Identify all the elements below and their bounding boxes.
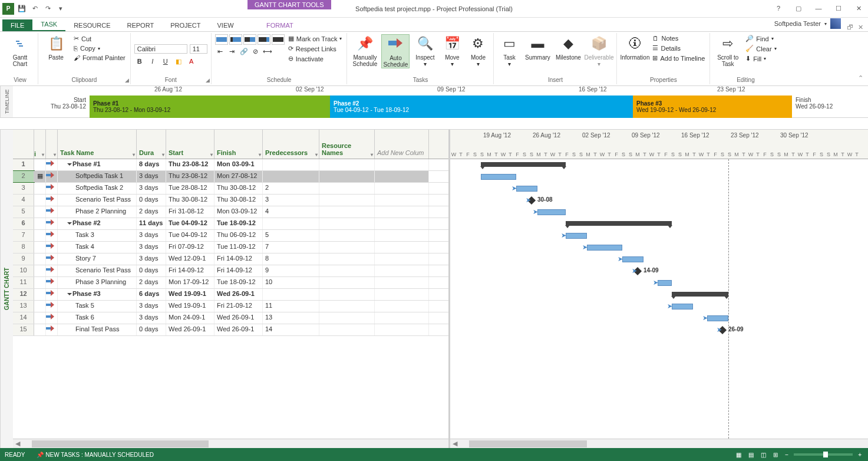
cell-resource[interactable] xyxy=(319,206,375,218)
cell-finish[interactable]: Wed 26-09-1 xyxy=(214,312,263,324)
cell-add[interactable] xyxy=(375,159,429,170)
cell-start[interactable]: Fri 31-08-12 xyxy=(166,206,214,218)
row-number[interactable]: 6 xyxy=(13,218,34,229)
cell-task-name[interactable]: Phase #1 xyxy=(58,159,137,170)
task-bar[interactable] xyxy=(566,233,587,239)
row-number[interactable]: 4 xyxy=(13,195,34,206)
cell-predecessors[interactable]: 4 xyxy=(263,206,319,218)
cell-predecessors[interactable]: 10 xyxy=(263,277,319,288)
cell-finish[interactable]: Thu 30-08-12 xyxy=(214,195,263,206)
table-row[interactable]: 14Task 63 daysMon 24-09-1Wed 26-09-113 xyxy=(13,312,448,324)
save-icon[interactable]: 💾 xyxy=(16,4,27,14)
cell-start[interactable]: Thu 23-08-12 xyxy=(166,171,214,182)
cell-mode[interactable] xyxy=(46,242,58,253)
cell-task-name[interactable]: Scenario Test Pass xyxy=(58,265,137,276)
cell-task-name[interactable]: Scenario Test Pass xyxy=(58,195,137,206)
cell-predecessors[interactable]: 2 xyxy=(263,183,319,194)
cell-task-name[interactable]: Final Test Pass xyxy=(58,324,137,335)
task-bar[interactable] xyxy=(516,186,537,192)
cell-mode[interactable] xyxy=(46,171,58,182)
cell-mode[interactable] xyxy=(46,253,58,265)
cell-start[interactable]: Wed 19-09-1 xyxy=(166,301,214,312)
row-number[interactable]: 12 xyxy=(13,289,34,300)
tab-format[interactable]: FORMAT xyxy=(258,19,302,31)
cell-indicator[interactable] xyxy=(34,183,46,194)
task-bar[interactable] xyxy=(537,209,566,215)
tab-task[interactable]: TASK xyxy=(32,18,65,31)
indent-button[interactable]: ⇥ xyxy=(227,46,237,57)
task-bar[interactable] xyxy=(658,280,672,286)
cell-finish[interactable]: Wed 26-09-1 xyxy=(214,289,263,300)
grid-scroll-h[interactable]: ◀ xyxy=(13,439,448,448)
cell-resource[interactable] xyxy=(319,159,375,170)
cell-predecessors[interactable] xyxy=(263,289,319,300)
cell-start[interactable]: Wed 19-09-1 xyxy=(166,289,214,300)
cell-duration[interactable]: 3 days xyxy=(137,301,166,312)
cell-task-name[interactable]: Phase 2 Planning xyxy=(58,206,137,218)
cell-duration[interactable]: 2 days xyxy=(137,277,166,288)
fill-button[interactable]: ⬇Fill▾ xyxy=(744,54,777,63)
pct-75-button[interactable] xyxy=(258,34,270,45)
table-row[interactable]: 4Scenario Test Pass0 daysThu 30-08-12Thu… xyxy=(13,195,448,206)
cell-duration[interactable]: 2 days xyxy=(137,206,166,218)
cell-duration[interactable]: 3 days xyxy=(137,253,166,265)
cell-add[interactable] xyxy=(375,171,429,182)
zoom-in-icon[interactable]: + xyxy=(856,452,863,458)
gantt-chart[interactable]: 19 Aug '1226 Aug '1202 Sep '1209 Sep '12… xyxy=(450,130,868,448)
cell-duration[interactable]: 8 days xyxy=(137,159,166,170)
timeline-phase-3[interactable]: Phase #3 Wed 19-09-12 - Wed 26-09-12 xyxy=(633,96,792,118)
timeline-phase-2[interactable]: Phase #2 Tue 04-09-12 - Tue 18-09-12 xyxy=(330,96,633,118)
row-number[interactable]: 11 xyxy=(13,277,34,288)
cell-mode[interactable] xyxy=(46,183,58,194)
timeline-body[interactable]: 26 Aug '12 02 Sep '12 09 Sep '12 16 Sep … xyxy=(13,86,868,117)
maximize-icon[interactable]: ☐ xyxy=(831,5,846,12)
help-icon[interactable]: ? xyxy=(771,5,786,12)
cell-predecessors[interactable] xyxy=(263,218,319,229)
unlink-button[interactable]: ⊘ xyxy=(250,46,261,57)
undo-icon[interactable]: ↶ xyxy=(29,4,40,14)
information-button[interactable]: 🛈 Information xyxy=(621,34,649,61)
col-predecessors[interactable]: Predecessors▾ xyxy=(263,130,319,159)
cell-task-name[interactable]: Phase #2 xyxy=(58,218,137,229)
cell-finish[interactable]: Thu 06-09-12 xyxy=(214,230,263,241)
table-row[interactable]: 6Phase #211 daysTue 04-09-12Tue 18-09-12 xyxy=(13,218,448,230)
respect-links-button[interactable]: ⟳Respect Links xyxy=(287,44,344,53)
cell-predecessors[interactable] xyxy=(263,159,319,170)
task-bar[interactable] xyxy=(672,304,693,309)
cell-duration[interactable]: 3 days xyxy=(137,230,166,241)
cell-indicator[interactable] xyxy=(34,265,46,276)
font-name-combo[interactable]: Calibri xyxy=(134,44,187,54)
col-mode[interactable]: ▾ xyxy=(46,130,58,159)
ribbon-pin-icon[interactable]: ⌃ xyxy=(856,72,866,84)
clipboard-launcher-icon[interactable]: ◢ xyxy=(125,77,129,83)
cell-resource[interactable] xyxy=(319,195,375,206)
cell-duration[interactable]: 0 days xyxy=(137,195,166,206)
cell-finish[interactable]: Mon 03-09-1 xyxy=(214,159,263,170)
cell-add[interactable] xyxy=(375,206,429,218)
redo-icon[interactable]: ↷ xyxy=(42,4,53,14)
cell-predecessors[interactable]: 9 xyxy=(263,265,319,276)
col-finish[interactable]: Finish▾ xyxy=(214,130,263,159)
bold-button[interactable]: B xyxy=(134,56,145,67)
cell-indicator[interactable] xyxy=(34,218,46,229)
row-number[interactable]: 5 xyxy=(13,206,34,218)
cell-add[interactable] xyxy=(375,265,429,276)
cell-task-name[interactable]: Task 6 xyxy=(58,312,137,324)
tab-resource[interactable]: RESOURCE xyxy=(65,19,118,31)
cell-add[interactable] xyxy=(375,289,429,300)
outdent-button[interactable]: ⇤ xyxy=(215,46,226,57)
cell-add[interactable] xyxy=(375,253,429,265)
close-icon[interactable]: ✕ xyxy=(852,5,866,12)
cell-finish[interactable]: Mon 03-09-12 xyxy=(214,206,263,218)
cell-resource[interactable] xyxy=(319,253,375,265)
find-button[interactable]: 🔎Find▾ xyxy=(744,34,777,43)
task-button[interactable]: ▭ Task▾ xyxy=(497,34,521,67)
cell-resource[interactable] xyxy=(319,324,375,335)
cell-indicator[interactable] xyxy=(34,242,46,253)
task-bar[interactable] xyxy=(481,174,516,180)
cell-resource[interactable] xyxy=(319,230,375,241)
cell-finish[interactable]: Thu 30-08-12 xyxy=(214,183,263,194)
cell-finish[interactable]: Fri 14-09-12 xyxy=(214,253,263,265)
cell-start[interactable]: Fri 07-09-12 xyxy=(166,242,214,253)
font-launcher-icon[interactable]: ◢ xyxy=(206,77,210,83)
